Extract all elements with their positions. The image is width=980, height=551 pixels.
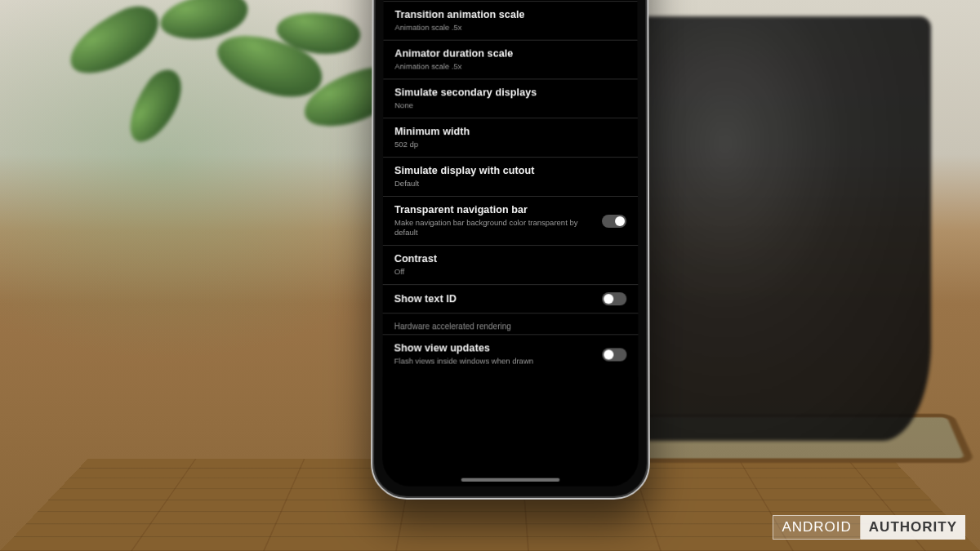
settings-row-title: Contrast xyxy=(394,253,626,266)
settings-row-subtitle: 502 dp xyxy=(394,140,626,149)
settings-row[interactable]: Simulate display with cutoutDefault xyxy=(383,158,638,197)
settings-row[interactable]: Show view updatesFlash views inside wind… xyxy=(382,335,638,374)
settings-row-title: Simulate secondary displays xyxy=(394,87,626,100)
settings-row-title: Transparent navigation bar xyxy=(394,204,594,217)
settings-row-subtitle: Off xyxy=(394,267,626,277)
settings-row-text: Show view updatesFlash views inside wind… xyxy=(394,343,595,367)
settings-row-text: Simulate display with cutoutDefault xyxy=(394,165,626,189)
settings-row-text: Transition animation scaleAnimation scal… xyxy=(394,9,626,33)
watermark: ANDROID AUTHORITY xyxy=(773,515,965,540)
settings-row-subtitle: Make navigation bar background color tra… xyxy=(394,218,594,238)
settings-row-text: Minimum width502 dp xyxy=(394,126,626,149)
settings-row-text: ContrastOff xyxy=(394,253,626,277)
settings-row-title: Transition animation scale xyxy=(394,9,626,22)
settings-row[interactable]: Transparent navigation barMake navigatio… xyxy=(383,197,638,246)
settings-row-text: Simulate secondary displaysNone xyxy=(394,87,626,111)
toggle-switch[interactable] xyxy=(602,215,626,228)
settings-row[interactable]: Show text ID xyxy=(383,286,639,314)
phone-screen: Show layout boundsShow clip bounds, marg… xyxy=(382,0,639,487)
settings-row[interactable]: ContrastOff xyxy=(383,246,639,285)
settings-row-subtitle: None xyxy=(394,100,626,110)
toggle-switch[interactable] xyxy=(602,293,626,306)
section-header: Hardware accelerated rendering xyxy=(383,314,639,335)
settings-row-title: Animator duration scale xyxy=(394,48,626,61)
settings-row[interactable]: Simulate secondary displaysNone xyxy=(383,80,638,119)
settings-row-title: Show text ID xyxy=(394,293,595,306)
settings-row-subtitle: Default xyxy=(394,179,626,189)
watermark-left: ANDROID xyxy=(773,515,860,540)
developer-options-list[interactable]: Show layout boundsShow clip bounds, marg… xyxy=(382,0,639,478)
settings-row[interactable]: Minimum width502 dp xyxy=(383,118,638,158)
watermark-right: AUTHORITY xyxy=(861,515,965,540)
plant-leaves xyxy=(57,0,416,196)
settings-row-text: Transparent navigation barMake navigatio… xyxy=(394,204,594,238)
settings-row-text: Show text ID xyxy=(394,293,595,306)
settings-row-title: Simulate display with cutout xyxy=(394,165,626,178)
settings-row-title: Minimum width xyxy=(394,126,626,139)
settings-row[interactable]: Transition animation scaleAnimation scal… xyxy=(383,2,637,41)
settings-row-subtitle: Flash views inside windows when drawn xyxy=(394,357,595,367)
settings-row-text: Animator duration scaleAnimation scale .… xyxy=(394,48,626,72)
settings-row-subtitle: Animation scale .5x xyxy=(394,61,626,71)
phone-frame: Show layout boundsShow clip bounds, marg… xyxy=(371,0,650,500)
settings-row[interactable]: Animator duration scaleAnimation scale .… xyxy=(383,41,637,80)
settings-row-title: Show view updates xyxy=(394,343,595,356)
toggle-switch[interactable] xyxy=(602,348,626,361)
settings-row-subtitle: Animation scale .5x xyxy=(394,23,626,33)
gesture-nav-bar[interactable] xyxy=(461,478,560,482)
